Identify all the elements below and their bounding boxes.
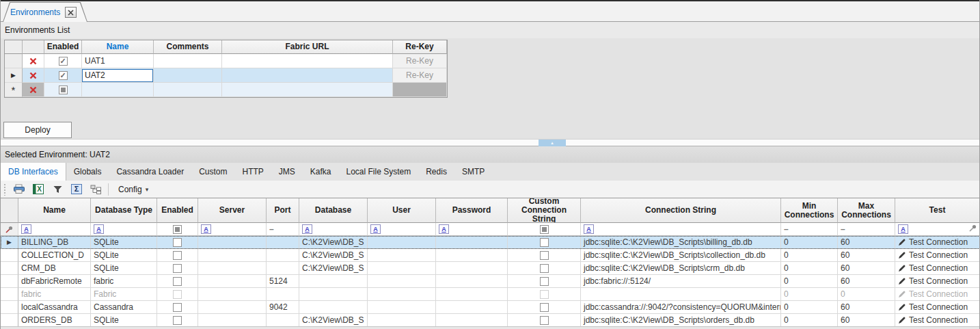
splitter-collapse-handle[interactable]: ▴ <box>539 140 566 146</box>
custom-connection-string-checkbox[interactable] <box>540 264 549 273</box>
close-tab-button[interactable] <box>65 7 77 18</box>
column-header-min-connections[interactable]: Min Connections <box>781 198 838 223</box>
cell-server[interactable] <box>198 288 267 301</box>
test-connection-button[interactable]: Test Connection <box>895 301 980 314</box>
custom-connection-string-checkbox[interactable] <box>540 316 549 325</box>
cell-fabric-url[interactable] <box>222 83 393 97</box>
cell-port[interactable] <box>267 262 299 275</box>
column-header-database-type[interactable]: Database Type <box>91 198 157 223</box>
cell-enabled[interactable] <box>157 262 198 275</box>
cell-name[interactable]: BILLING_DB <box>18 236 91 249</box>
delete-row-button[interactable] <box>23 83 44 97</box>
cell-connection-string[interactable]: jdbc:sqlite:C:\K2View\DB_Scripts\orders_… <box>581 314 781 327</box>
row-indicator[interactable] <box>1 249 18 262</box>
column-header-enabled[interactable]: Enabled <box>157 198 198 223</box>
cell-database[interactable]: C:\K2View\DB_S <box>299 249 368 262</box>
toolbar-grip[interactable] <box>3 183 7 196</box>
cell-max-connections[interactable]: 60 <box>838 249 895 262</box>
rekey-button[interactable]: Re-Key <box>393 54 446 68</box>
config-dropdown[interactable]: Config ▾ <box>114 183 152 196</box>
test-connection-button[interactable]: Test Connection <box>895 249 980 262</box>
cell-min-connections[interactable]: 0 <box>781 236 838 249</box>
cell-max-connections[interactable]: 60 <box>838 314 895 327</box>
column-header-server[interactable]: Server <box>198 198 267 223</box>
tab-globals[interactable]: Globals <box>66 163 109 181</box>
cell-name[interactable]: ORDERS_DB <box>18 314 91 327</box>
filter-cell-max-connections[interactable]: – <box>838 223 895 236</box>
print-icon[interactable] <box>12 183 26 196</box>
filter-cell-user[interactable]: A <box>368 223 436 236</box>
interface-row-orders-db[interactable]: ORDERS_DBSQLiteC:\K2View\DB_Sjdbc:sqlite… <box>1 314 980 327</box>
cell-database[interactable]: C:\K2View\DB_S <box>299 314 368 327</box>
filter-cell-custom-connection-string[interactable] <box>508 223 581 236</box>
enabled-checkbox[interactable] <box>59 71 68 80</box>
cell-enabled[interactable] <box>157 288 198 301</box>
filter-cell-password[interactable]: A <box>436 223 508 236</box>
filter-cell-server[interactable]: A <box>198 223 267 236</box>
cell-min-connections[interactable]: 0 <box>781 249 838 262</box>
cell-server[interactable] <box>198 301 267 314</box>
tab-db-interfaces[interactable]: DB Interfaces <box>1 163 66 181</box>
tab-redis[interactable]: Redis <box>418 163 454 181</box>
cell-database[interactable] <box>299 275 368 288</box>
cell-enabled[interactable] <box>157 314 198 327</box>
filter-cell-database-type[interactable]: A <box>91 223 157 236</box>
cell-database-type[interactable]: SQLite <box>91 236 157 249</box>
filter-cell-enabled[interactable] <box>157 223 198 236</box>
text-filter-icon[interactable]: A <box>439 224 449 234</box>
tab-custom[interactable]: Custom <box>191 163 234 181</box>
cell-comments[interactable] <box>154 54 222 68</box>
enabled-checkbox[interactable] <box>59 85 68 94</box>
interface-row-crm-db[interactable]: CRM_DBSQLiteC:\K2View\DB_Sjdbc:sqlite:C:… <box>1 262 980 275</box>
interface-row-dbfabricremote[interactable]: dbFabricRemotefabric5124jdbc:fabric://:5… <box>1 275 980 288</box>
custom-connection-string-checkbox[interactable] <box>540 277 549 286</box>
cell-port[interactable]: 5124 <box>267 275 299 288</box>
cell-user[interactable] <box>368 314 436 327</box>
cell-custom-connection-string[interactable] <box>508 288 581 301</box>
new-row-indicator[interactable]: * <box>5 83 23 97</box>
cell-server[interactable] <box>198 314 267 327</box>
cell-custom-connection-string[interactable] <box>508 249 581 262</box>
tab-local-file-system[interactable]: Local File System <box>339 163 419 181</box>
numeric-filter-icon[interactable]: – <box>784 224 789 234</box>
test-connection-button[interactable]: Test Connection <box>895 288 980 301</box>
cell-comments[interactable] <box>154 83 222 97</box>
name-editor[interactable]: UAT2 <box>82 69 153 82</box>
cell-custom-connection-string[interactable] <box>508 262 581 275</box>
cell-port[interactable] <box>267 288 299 301</box>
environment-row-new[interactable]: * <box>5 83 447 97</box>
cell-custom-connection-string[interactable] <box>508 301 581 314</box>
custom-connection-string-checkbox[interactable] <box>540 238 549 247</box>
column-header-test[interactable]: Test <box>895 198 980 223</box>
cell-enabled[interactable] <box>157 275 198 288</box>
filter-pin-icon[interactable] <box>968 224 977 235</box>
delete-row-button[interactable] <box>23 54 44 68</box>
cell-password[interactable] <box>436 249 508 262</box>
delete-row-button[interactable] <box>23 68 44 83</box>
cell-custom-connection-string[interactable] <box>508 236 581 249</box>
cell-fabric-url[interactable] <box>222 54 393 68</box>
test-connection-button[interactable]: Test Connection <box>895 314 980 327</box>
text-filter-icon[interactable]: A <box>302 224 312 234</box>
cell-password[interactable] <box>436 288 508 301</box>
cell-enabled[interactable] <box>157 236 198 249</box>
test-connection-button[interactable]: Test Connection <box>895 236 980 249</box>
cell-user[interactable] <box>368 301 436 314</box>
row-indicator[interactable] <box>1 275 18 288</box>
filter-cell-connection-string[interactable]: A <box>581 223 781 236</box>
filter-cell-name[interactable]: A <box>18 223 91 236</box>
enabled-checkbox[interactable] <box>173 238 182 247</box>
rekey-button[interactable]: Re-Key <box>393 68 446 82</box>
cell-database[interactable]: C:\K2View\DB_S <box>299 262 368 275</box>
cell-port[interactable] <box>267 249 299 262</box>
cell-database-type[interactable]: fabric <box>91 275 157 288</box>
cell-custom-connection-string[interactable] <box>508 275 581 288</box>
cell-database-type[interactable]: SQLite <box>91 314 157 327</box>
cell-user[interactable] <box>368 288 436 301</box>
cell-user[interactable] <box>368 249 436 262</box>
column-header-max-connections[interactable]: Max Connections <box>838 198 895 223</box>
cell-min-connections[interactable]: 0 <box>781 262 838 275</box>
numeric-filter-icon[interactable]: – <box>841 224 845 234</box>
cell-user[interactable] <box>368 275 436 288</box>
cell-connection-string[interactable] <box>581 288 781 301</box>
